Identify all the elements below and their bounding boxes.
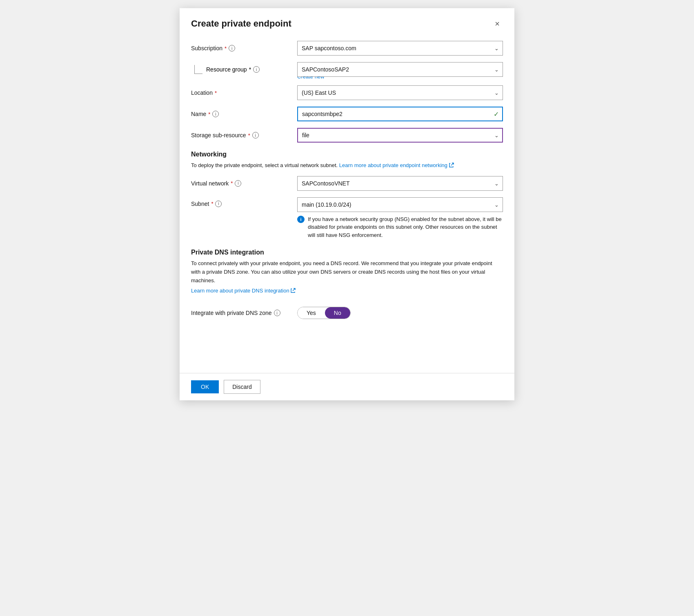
dns-toggle-control: Yes No [297, 307, 351, 319]
create-private-endpoint-dialog: Create private endpoint × Subscription *… [180, 8, 514, 400]
nsg-info-text: If you have a network security group (NS… [308, 215, 503, 239]
dialog-body: Subscription * i SAP sapcontoso.com ⌄ Re… [180, 36, 514, 373]
location-select-wrapper: (US) East US ⌄ [297, 85, 503, 100]
location-label: Location * [191, 89, 297, 96]
dns-external-link-icon [291, 288, 296, 293]
resource-group-select-wrapper: SAPContosoSAP2 ⌄ [297, 62, 503, 77]
storage-required: * [248, 132, 250, 138]
nsg-info-box: i If you have a network security group (… [297, 215, 503, 239]
name-input-wrapper: ✓ [297, 107, 503, 121]
subnet-info-icon: i [215, 201, 222, 207]
storage-info-icon: i [252, 132, 259, 138]
toggle-yes-button[interactable]: Yes [298, 307, 325, 319]
dns-toggle-label: Integrate with private DNS zone i [191, 310, 297, 316]
virtual-network-control: SAPContosoVNET ⌄ [297, 176, 503, 191]
storage-sub-resource-label: Storage sub-resource * i [191, 132, 297, 138]
subnet-required: * [211, 201, 213, 207]
name-check-icon: ✓ [494, 110, 499, 118]
subscription-row: Subscription * i SAP sapcontoso.com ⌄ [191, 41, 503, 56]
discard-button[interactable]: Discard [224, 380, 260, 394]
subscription-required: * [225, 45, 227, 51]
subnet-select[interactable]: main (10.19.0.0/24) [297, 197, 503, 212]
subnet-control: main (10.19.0.0/24) ⌄ i If you have a ne… [297, 197, 503, 239]
subnet-label: Subnet * i [191, 197, 297, 207]
subscription-label: Subscription * i [191, 45, 297, 51]
resource-group-info-icon: i [253, 66, 260, 73]
storage-sub-resource-select[interactable]: file [297, 128, 503, 143]
subnet-select-wrapper: main (10.19.0.0/24) ⌄ [297, 197, 503, 212]
storage-select-wrapper: file ⌄ [297, 128, 503, 143]
subscription-select-wrapper: SAP sapcontoso.com ⌄ [297, 41, 503, 56]
name-row: Name * i ✓ [191, 107, 503, 121]
vnet-select-wrapper: SAPContosoVNET ⌄ [297, 176, 503, 191]
nsg-info-icon: i [297, 216, 305, 223]
close-button[interactable]: × [492, 18, 503, 29]
indent-line [194, 65, 202, 74]
dialog-header: Create private endpoint × [180, 8, 514, 36]
resource-group-required: * [249, 66, 251, 73]
subnet-row: Subnet * i main (10.19.0.0/24) ⌄ i If yo… [191, 197, 503, 239]
subscription-select[interactable]: SAP sapcontoso.com [297, 41, 503, 56]
storage-sub-resource-control: file ⌄ [297, 128, 503, 143]
location-required: * [215, 90, 217, 96]
virtual-network-row: Virtual network * i SAPContosoVNET ⌄ [191, 176, 503, 191]
resource-indent: Resource group * i [191, 65, 260, 74]
name-info-icon: i [212, 111, 219, 117]
dialog-footer: OK Discard [180, 373, 514, 400]
name-control: ✓ [297, 107, 503, 121]
dns-toggle-row: Integrate with private DNS zone i Yes No [191, 307, 503, 319]
resource-group-label-wrapper: Resource group * i [191, 65, 297, 74]
location-control: (US) East US ⌄ [297, 85, 503, 100]
private-dns-title: Private DNS integration [191, 249, 503, 256]
toggle-no-button[interactable]: No [325, 307, 350, 319]
external-link-icon [449, 163, 454, 167]
virtual-network-select[interactable]: SAPContosoVNET [297, 176, 503, 191]
vnet-required: * [231, 180, 233, 186]
virtual-network-label: Virtual network * i [191, 180, 297, 187]
dns-learn-more-link[interactable]: Learn more about private DNS integration [191, 288, 296, 294]
networking-title: Networking [191, 151, 503, 158]
networking-learn-more-link[interactable]: Learn more about private endpoint networ… [339, 162, 447, 168]
location-select[interactable]: (US) East US [297, 85, 503, 100]
vnet-info-icon: i [235, 180, 241, 187]
name-required: * [208, 111, 210, 117]
subscription-control: SAP sapcontoso.com ⌄ [297, 41, 503, 56]
private-dns-description: To connect privately with your private e… [191, 259, 503, 285]
networking-description: To deploy the private endpoint, select a… [191, 161, 503, 170]
subscription-info-icon: i [229, 45, 235, 51]
resource-group-control: SAPContosoSAP2 ⌄ [297, 62, 503, 77]
ok-button[interactable]: OK [191, 380, 219, 393]
location-row: Location * (US) East US ⌄ [191, 85, 503, 100]
storage-sub-resource-row: Storage sub-resource * i file ⌄ [191, 128, 503, 143]
dialog-title: Create private endpoint [191, 18, 291, 29]
name-input[interactable] [297, 107, 503, 121]
dns-toggle-info-icon: i [274, 310, 280, 316]
resource-group-select[interactable]: SAPContosoSAP2 [297, 62, 503, 77]
name-label: Name * i [191, 111, 297, 117]
